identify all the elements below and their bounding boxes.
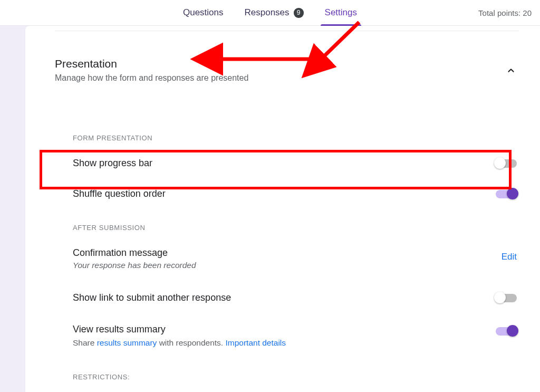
link-important-details[interactable]: Important details: [225, 338, 286, 347]
text-fragment: with respondents.: [157, 338, 225, 347]
total-points: Total points: 20: [478, 0, 532, 26]
setting-label: Show progress bar: [73, 158, 152, 169]
tab-label: Questions: [183, 7, 224, 18]
subheading-form-presentation: FORM PRESENTATION: [73, 134, 152, 142]
row-view-results-summary: View results summary Share results summa…: [73, 324, 519, 348]
toggle-show-progress-bar[interactable]: [496, 159, 517, 168]
subheading-restrictions: RESTRICTIONS:: [73, 373, 130, 381]
toggle-shuffle-question-order[interactable]: [496, 190, 517, 198]
section-title: Presentation: [55, 58, 519, 70]
row-show-link-another-response: Show link to submit another response: [73, 292, 519, 303]
responses-badge: 9: [294, 8, 304, 18]
setting-label: Confirmation message: [73, 247, 196, 259]
chevron-up-icon: [505, 65, 517, 77]
setting-label: Shuffle question order: [73, 188, 166, 199]
tab-settings[interactable]: Settings: [325, 0, 357, 25]
setting-label: Show link to submit another response: [73, 292, 231, 303]
settings-card: Presentation Manage how the form and res…: [25, 26, 540, 392]
subheading-after-submission: AFTER SUBMISSION: [73, 224, 145, 232]
tab-label: Responses: [245, 7, 290, 18]
link-results-summary[interactable]: results summary: [97, 338, 157, 347]
collapse-toggle[interactable]: [505, 65, 517, 79]
section-subtitle: Manage how the form and responses are pr…: [55, 73, 519, 83]
row-shuffle-question-order: Shuffle question order: [73, 188, 519, 199]
row-show-progress-bar: Show progress bar: [73, 158, 519, 169]
setting-label: View results summary: [73, 324, 286, 335]
toggle-show-link-another-response[interactable]: [496, 294, 517, 302]
tab-bar: Questions Responses 9 Settings Total poi…: [0, 0, 540, 26]
tab-label: Settings: [325, 7, 357, 18]
setting-sublabel: Your response has been recorded: [73, 261, 196, 270]
tab-questions[interactable]: Questions: [183, 0, 224, 25]
section-presentation-header: Presentation Manage how the form and res…: [55, 58, 519, 83]
text-fragment: Share: [73, 338, 97, 347]
row-confirmation-message: Confirmation message Your response has b…: [73, 247, 519, 270]
tab-responses[interactable]: Responses 9: [245, 0, 304, 25]
edit-confirmation-button[interactable]: Edit: [502, 252, 517, 262]
toggle-view-results-summary[interactable]: [496, 327, 517, 336]
setting-sublabel: Share results summary with respondents. …: [73, 338, 286, 348]
